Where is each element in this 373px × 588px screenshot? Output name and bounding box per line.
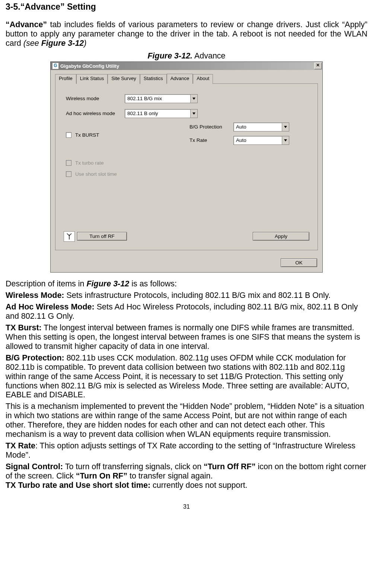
- rf-antenna-icon: [64, 231, 75, 242]
- turn-off-rf-button[interactable]: Turn off RF: [77, 232, 127, 241]
- svg-marker-1: [192, 112, 195, 115]
- chevron-down-icon: [282, 123, 289, 131]
- intro-close: ): [84, 39, 86, 48]
- item-signal: Signal Control: To turn off transferring…: [6, 462, 367, 481]
- combo-wireless-mode-value: 802.11 B/G mix: [125, 96, 190, 102]
- checkbox-tx-turbo: [66, 160, 71, 166]
- turn-on-rf-quote: “Turn On RF”: [76, 471, 127, 480]
- chevron-down-icon: [190, 109, 197, 118]
- titlebar: G Gigabyte GbConfig Utility ✕: [51, 62, 322, 70]
- tab-bar: Profile Link Status Site Survey Statisti…: [55, 74, 318, 83]
- item-bgprot: B/G Protection: 802.11b uses CCK modulat…: [6, 353, 367, 400]
- item-title: Signal Control:: [6, 462, 63, 471]
- tab-panel-advance: Wireless mode 802.11 B/G mix Ad hoc wire…: [55, 84, 318, 250]
- item-adhoc: Ad Hoc Wireless Mode: Sets Ad Hoc Wirele…: [6, 302, 367, 321]
- item-body: Sets infrastructure Protocols, including…: [64, 291, 331, 300]
- desc-intro-pre: Description of items in: [6, 279, 86, 288]
- item-txturbo: TX Turbo rate and Use short slot time: c…: [6, 481, 367, 490]
- svg-line-5: [67, 233, 69, 236]
- tab-site-survey[interactable]: Site Survey: [108, 74, 140, 83]
- combo-adhoc-mode-value: 802.11 B only: [125, 111, 190, 117]
- item-title: Ad Hoc Wireless Mode:: [6, 302, 95, 311]
- item-title: Wireless Mode:: [6, 291, 64, 300]
- intro-figref: Figure 3-12: [41, 39, 84, 48]
- tab-link-status[interactable]: Link Status: [76, 74, 108, 83]
- section-heading: 3-5.“Advance” Setting: [6, 2, 367, 12]
- item-txburst: TX Burst: The longest interval between f…: [6, 323, 367, 351]
- svg-marker-0: [192, 98, 195, 100]
- label-short-slot: Use short slot time: [75, 171, 117, 177]
- item-body: The longest interval between frames is n…: [6, 323, 360, 351]
- label-wireless-mode: Wireless mode: [66, 96, 125, 102]
- close-button[interactable]: ✕: [314, 63, 322, 69]
- item-title: TX Rate: [6, 441, 35, 450]
- label-adhoc-mode: Ad hoc wireless mode: [66, 111, 125, 117]
- desc-intro-ref: Figure 3-12: [86, 279, 129, 288]
- label-tx-turbo: Tx turbo rate: [75, 160, 104, 166]
- svg-marker-3: [284, 139, 287, 142]
- label-tx-rate: Tx Rate: [189, 137, 233, 143]
- chevron-down-icon: [282, 136, 289, 144]
- turn-off-rf-quote: “Turn Off RF”: [204, 462, 255, 471]
- combo-adhoc-mode[interactable]: 802.11 B only: [125, 109, 198, 118]
- item-body: currently does not support.: [150, 481, 248, 490]
- item-body: This is a mechanism implemented to preve…: [6, 402, 364, 439]
- combo-tx-rate-value: Auto: [234, 137, 282, 143]
- desc-intro: Description of items in Figure 3-12 is a…: [6, 279, 367, 289]
- combo-bg-protection-value: Auto: [234, 124, 282, 130]
- item-title: B/G Protection:: [6, 353, 64, 362]
- tab-profile[interactable]: Profile: [55, 74, 76, 83]
- checkbox-short-slot: [66, 171, 71, 177]
- tab-advance[interactable]: Advance: [167, 74, 193, 83]
- apply-button[interactable]: Apply: [253, 232, 309, 241]
- item-txrate: TX Rate: This option adjusts settings of…: [6, 441, 367, 460]
- item-wireless-mode: Wireless Mode: Sets infrastructure Proto…: [6, 291, 367, 300]
- chevron-down-icon: [190, 95, 197, 103]
- figure-num: Figure 3-12.: [147, 51, 192, 60]
- item-body: to transfer signal again.: [127, 471, 213, 480]
- checkbox-tx-burst[interactable]: [66, 132, 71, 138]
- tab-statistics[interactable]: Statistics: [140, 74, 167, 83]
- label-bg-protection: B/G Protection: [189, 124, 233, 130]
- page-number: 31: [6, 503, 367, 511]
- item-body: To turn off transferring signals, click …: [63, 462, 204, 471]
- svg-marker-2: [284, 126, 287, 128]
- app-icon: G: [52, 63, 59, 69]
- item-body: : This option adjusts settings of TX Rat…: [6, 441, 356, 460]
- combo-bg-protection[interactable]: Auto: [233, 123, 289, 131]
- intro-paragraph: “Advance” tab includes fields of various…: [6, 20, 367, 48]
- tab-about[interactable]: About: [193, 74, 213, 83]
- ok-button[interactable]: OK: [281, 258, 317, 267]
- label-tx-burst: Tx BURST: [75, 132, 99, 138]
- window-title: Gigabyte GbConfig Utility: [60, 63, 314, 69]
- utility-window: G Gigabyte GbConfig Utility ✕ Profile Li…: [50, 61, 323, 273]
- combo-wireless-mode[interactable]: 802.11 B/G mix: [125, 94, 198, 103]
- intro-see: (see: [23, 39, 41, 48]
- intro-lead: “Advance”: [6, 20, 47, 29]
- desc-intro-post: is as follows:: [129, 279, 177, 288]
- svg-line-6: [69, 233, 71, 236]
- item-hidden-node: This is a mechanism implemented to preve…: [6, 402, 367, 439]
- figure-title: Advance: [192, 51, 225, 60]
- combo-tx-rate[interactable]: Auto: [233, 136, 289, 145]
- item-title: TX Burst:: [6, 323, 42, 332]
- item-title: TX Turbo rate and Use short slot time:: [6, 481, 150, 490]
- figure-caption: Figure 3-12. Advance: [6, 51, 367, 61]
